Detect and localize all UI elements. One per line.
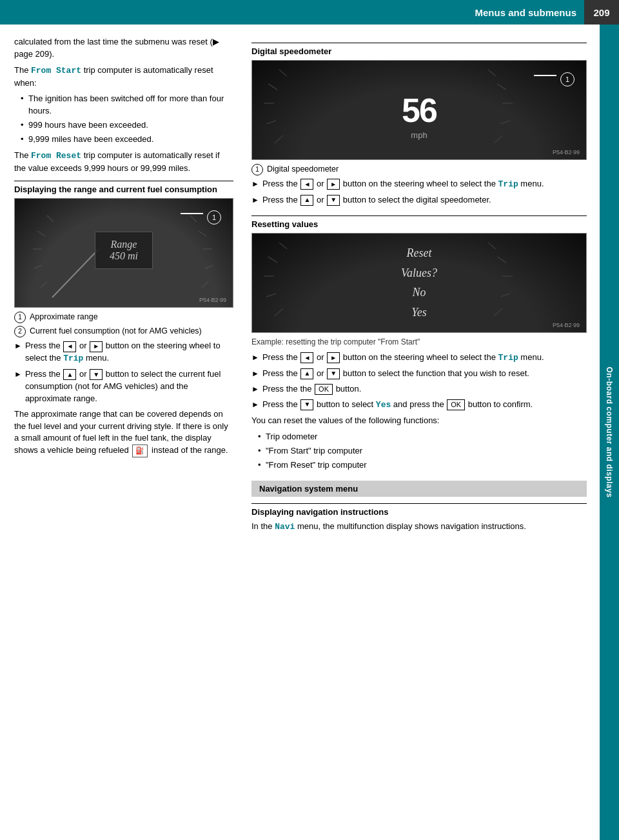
trip-label-1: Trip [63, 354, 83, 363]
header-title: Menus and submenus [475, 7, 576, 18]
svg-line-4 [47, 215, 54, 222]
fuel-arrow-2-text: Press the or button to select the curren… [25, 368, 233, 405]
reset-arrow-3: ► Press the the OK button. [251, 383, 587, 395]
callout-num-2: 2 [14, 326, 26, 337]
side-tab: On-board computer and displays [600, 25, 619, 840]
reset-svg [252, 233, 523, 332]
reset-up-btn [300, 368, 313, 379]
bullet-item-3: 9,999 miles have been exceeded. [21, 134, 233, 146]
reset-arrow-4: ► Press the button to select Yes and pre… [251, 399, 587, 412]
svg-line-20 [488, 70, 496, 76]
speedo-image: 56 mph 1 P54·B2·99 [252, 61, 586, 159]
bullet-item-1: The ignition has been switched off for m… [21, 93, 233, 117]
speedo-callout-num-1: 1 [251, 164, 263, 175]
fuel-gauge-image: Range 450 mi 1 P54·B2·99 [15, 199, 233, 307]
nav-sub-heading: Displaying navigation instructions [251, 503, 587, 517]
bullet-list-from-start: The ignition has been switched off for m… [14, 93, 233, 145]
digital-speedo-heading: Digital speedometer [251, 43, 587, 56]
svg-line-21 [275, 308, 283, 316]
refuel-icon: ⛽ [132, 445, 148, 457]
speedo-image-box: 56 mph 1 P54·B2·99 [251, 60, 587, 160]
from-reset-label: From Reset [31, 151, 81, 161]
from-reset-paragraph: The From Reset trip computer is automati… [14, 150, 233, 175]
reset-image: Reset Values? No Yes P54·B2·99 [252, 234, 586, 332]
speedo-image-credit: P54·B2·99 [553, 149, 580, 155]
left-column: calculated from the last time the submen… [14, 36, 233, 828]
speedo-up-btn [300, 195, 313, 206]
reset-arrow-sym-1: ► [251, 352, 259, 363]
svg-line-22 [266, 294, 276, 297]
ok-button-2: OK [447, 399, 465, 410]
svg-line-26 [494, 308, 502, 316]
reset-bullet-2: "From Start" trip computer [258, 445, 587, 457]
reset-down-btn [327, 368, 340, 379]
speedo-arrow-sym-1: ► [251, 179, 259, 190]
fuel-image-box: Range 450 mi 1 P54·B2·99 [14, 198, 233, 308]
from-start-paragraph: The From Start trip computer is automati… [14, 65, 233, 90]
svg-line-1 [34, 265, 42, 268]
svg-line-17 [500, 121, 510, 124]
intro-paragraph: calculated from the last time the submen… [14, 36, 233, 61]
header-bar: Menus and submenus 209 [0, 0, 619, 25]
svg-line-14 [268, 84, 277, 90]
speedo-down-btn [327, 195, 340, 206]
bullet-item-2: 999 hours have been exceeded. [21, 119, 233, 132]
trip-label-speedo: Trip [498, 179, 518, 189]
speedo-heading-hr [251, 43, 587, 43]
svg-line-11 [275, 135, 283, 143]
side-tab-text: On-board computer and displays [605, 366, 614, 497]
triangle-sym: ▶ [213, 37, 219, 46]
reset-arrow-4-text: Press the button to select Yes and press… [262, 399, 587, 412]
trip-label-reset: Trip [498, 353, 518, 363]
reset-right-btn [327, 352, 340, 363]
left-arrow-button-1 [63, 341, 76, 352]
svg-line-3 [37, 231, 45, 236]
layout: calculated from the last time the submen… [0, 25, 619, 840]
svg-line-9 [190, 215, 197, 222]
svg-line-19 [497, 84, 506, 90]
reset-arrow-1: ► Press the or button on the steering wh… [251, 352, 587, 365]
speedo-unit: mph [411, 130, 427, 140]
svg-line-27 [500, 294, 510, 297]
nav-system-box: Navigation system menu [251, 481, 587, 497]
fuel-range-value: 450 mi [110, 250, 138, 262]
right-arrow-button-1 [90, 341, 103, 352]
reset-values-intro: You can reset the values of the followin… [251, 415, 587, 427]
callout-1: 1 Approximate range [14, 312, 233, 323]
reset-heading-hr [251, 215, 587, 216]
fuel-arrow-1: ► Press the or button on the steering wh… [14, 340, 233, 365]
callout-2: 2 Current fuel consumption (not for AMG … [14, 326, 233, 337]
header-page: 209 [584, 0, 619, 25]
main-content: calculated from the last time the submen… [0, 25, 600, 840]
reset-image-box: Reset Values? No Yes P54·B2·99 [251, 233, 587, 333]
speedo-callout-1: 1 Digital speedometer [251, 164, 587, 175]
reset-bullet-3: "From Reset" trip computer [258, 459, 587, 472]
arrow-sym-1: ► [14, 341, 22, 352]
speedo-left-btn [300, 179, 313, 190]
speedo-arrow-1: ► Press the or button on the steering wh… [251, 178, 587, 191]
right-column: Digital speedometer [251, 36, 587, 828]
svg-line-16 [494, 135, 502, 143]
nav-heading-hr [251, 503, 587, 504]
speedo-callout-badge-1: 1 [560, 72, 575, 86]
ok-button-1: OK [315, 384, 333, 395]
yes-label: Yes [376, 400, 391, 410]
resetting-heading: Resetting values [251, 215, 587, 229]
approx-range-text: The approximate range that can be covere… [14, 408, 233, 457]
svg-line-5 [202, 281, 208, 288]
nav-desc-paragraph: In the Navi menu, the multifunction disp… [251, 521, 587, 534]
speedo-right-btn [327, 179, 340, 190]
fuel-arrow-1-text: Press the or button on the steering whee… [25, 340, 233, 365]
fuel-range-label: Range [110, 239, 138, 250]
svg-line-12 [266, 121, 276, 124]
speedo-connector-line [534, 75, 556, 76]
speedo-arrow-1-text: Press the or button on the steering whee… [262, 178, 587, 191]
reset-arrow-3-text: Press the the OK button. [262, 383, 587, 395]
speedo-arrow-sym-2: ► [251, 195, 259, 206]
reset-image-credit: P54·B2·99 [553, 322, 580, 328]
svg-line-6 [205, 265, 213, 268]
reset-arrow-sym-4: ► [251, 399, 259, 410]
navi-label: Navi [275, 522, 295, 532]
svg-line-29 [497, 257, 506, 263]
from-start-label: From Start [31, 66, 81, 75]
